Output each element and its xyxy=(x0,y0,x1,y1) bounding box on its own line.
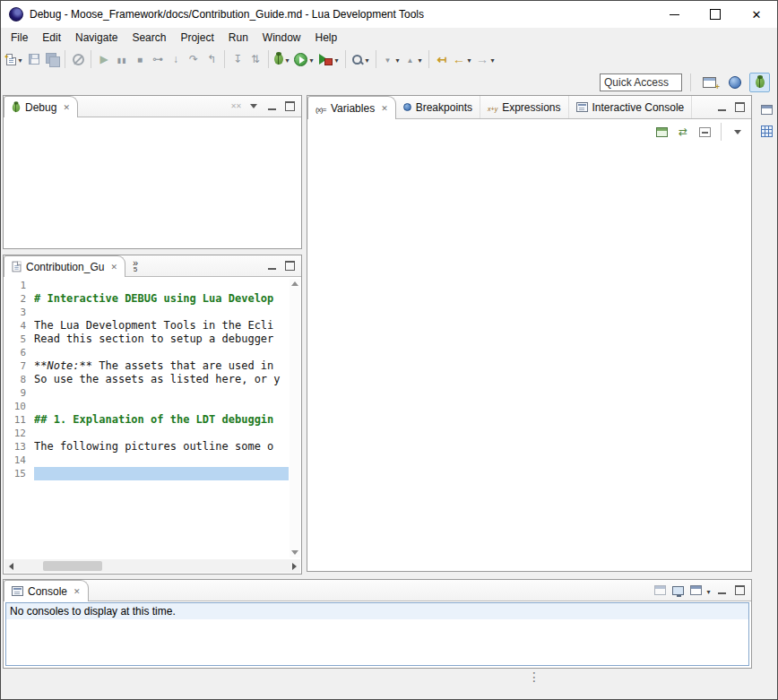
close-tab-icon[interactable]: ✕ xyxy=(63,103,70,112)
display-selected-console-button[interactable] xyxy=(670,583,686,599)
editor-line[interactable]: 13The following pictures outline some o xyxy=(4,440,289,454)
new-wizard-button[interactable] xyxy=(4,48,25,70)
remove-all-terminated-button[interactable] xyxy=(228,99,244,115)
minimize-view-button[interactable] xyxy=(264,258,280,274)
menu-file[interactable]: File xyxy=(4,30,35,46)
minimize-view-button[interactable] xyxy=(713,583,730,599)
previous-annotation-button[interactable] xyxy=(402,48,425,70)
editor-line[interactable]: 12 xyxy=(4,427,289,440)
menu-edit[interactable]: Edit xyxy=(35,30,68,46)
tab-variables[interactable]: Variables ✕ xyxy=(307,96,396,119)
scrollbar-track[interactable] xyxy=(18,559,287,573)
scroll-up-icon[interactable] xyxy=(291,281,298,286)
show-global-variables-button[interactable]: ⇄ xyxy=(674,123,692,141)
outline-view-button[interactable] xyxy=(756,121,776,141)
maximize-window-button[interactable] xyxy=(695,1,736,28)
dropdown-caret[interactable] xyxy=(417,53,423,65)
tab-console[interactable]: Console ✕ xyxy=(4,580,89,601)
dropdown-caret[interactable] xyxy=(489,53,496,65)
editor-line[interactable]: 2# Interactive DEBUG using Lua Develop xyxy=(4,292,289,306)
dropdown-caret[interactable] xyxy=(333,53,340,65)
tab-interactive-console[interactable]: Interactive Console xyxy=(569,96,693,118)
menu-search[interactable]: Search xyxy=(125,30,173,46)
close-tab-icon[interactable]: ✕ xyxy=(73,587,81,596)
quick-access-input[interactable] xyxy=(600,73,682,91)
open-console-button[interactable] xyxy=(652,583,668,599)
menu-navigate[interactable]: Navigate xyxy=(68,30,125,46)
minimize-view-button[interactable] xyxy=(713,99,730,116)
editor-line[interactable]: 5Read this section to setup a debugger xyxy=(4,333,289,346)
back-button[interactable] xyxy=(451,48,474,70)
editor-line[interactable]: 1 xyxy=(4,279,289,292)
editor-text-area[interactable]: 1 2# Interactive DEBUG using Lua Develop… xyxy=(4,279,289,558)
terminate-button[interactable] xyxy=(131,48,149,70)
maximize-view-button[interactable] xyxy=(281,258,298,274)
ldt-perspective-button[interactable] xyxy=(724,73,745,92)
tab-breakpoints[interactable]: Breakpoints xyxy=(396,96,480,118)
last-edit-location-button[interactable] xyxy=(433,48,451,70)
menu-help[interactable]: Help xyxy=(308,30,345,46)
tab-contribution-guide[interactable]: Contribution_Gu ✕ xyxy=(4,255,125,277)
dropdown-caret[interactable] xyxy=(308,53,315,65)
resume-button[interactable] xyxy=(95,48,113,70)
show-logical-structures-button[interactable] xyxy=(653,123,670,141)
debug-button[interactable] xyxy=(272,48,292,70)
editor-line[interactable]: 10 xyxy=(4,400,289,413)
editor-line[interactable]: 3 xyxy=(4,306,289,319)
step-over-button[interactable] xyxy=(185,48,203,70)
external-tools-button[interactable] xyxy=(316,48,341,70)
tab-expressions[interactable]: Expressions xyxy=(480,96,568,118)
scroll-left-icon[interactable] xyxy=(4,559,18,573)
splitter-grip[interactable] xyxy=(528,672,540,690)
restore-view-button[interactable] xyxy=(756,99,776,119)
save-all-button[interactable] xyxy=(43,48,61,70)
editor-vertical-scrollbar[interactable] xyxy=(290,279,300,557)
editor-line[interactable]: 14 xyxy=(4,454,289,467)
use-step-filters-button[interactable] xyxy=(246,48,264,70)
step-return-button[interactable] xyxy=(203,48,220,70)
editor-line[interactable]: 9 xyxy=(4,386,289,400)
skip-all-breakpoints-button[interactable] xyxy=(69,48,87,70)
dropdown-caret[interactable] xyxy=(17,53,23,65)
minimize-window-button[interactable] xyxy=(653,1,695,28)
editor-line[interactable]: 15 xyxy=(4,467,289,480)
maximize-view-button[interactable] xyxy=(281,99,298,115)
drop-to-frame-button[interactable] xyxy=(229,48,246,70)
forward-button[interactable] xyxy=(474,48,497,70)
view-menu-button[interactable] xyxy=(246,99,262,115)
step-into-button[interactable] xyxy=(167,48,185,70)
suspend-button[interactable] xyxy=(113,48,131,70)
editor-tab-overflow[interactable]: » 5 xyxy=(125,255,145,276)
dropdown-caret[interactable] xyxy=(364,53,370,65)
editor-line[interactable]: 8So use the assets as listed here, or y xyxy=(4,373,289,386)
menu-run[interactable]: Run xyxy=(221,30,255,46)
open-perspective-button[interactable] xyxy=(699,73,720,92)
minimize-view-button[interactable] xyxy=(264,99,280,115)
tab-debug[interactable]: Debug ✕ xyxy=(4,96,78,117)
editor-line[interactable]: 11## 1. Explanation of the LDT debuggin xyxy=(4,413,289,427)
scroll-right-icon[interactable] xyxy=(287,559,300,573)
dropdown-caret[interactable] xyxy=(705,584,712,597)
view-menu-button[interactable] xyxy=(729,123,747,141)
next-annotation-button[interactable] xyxy=(380,48,402,70)
close-tab-icon[interactable]: ✕ xyxy=(110,263,117,272)
editor-line[interactable]: 4The Lua Development Tools in the Ecli xyxy=(4,319,289,333)
menu-project[interactable]: Project xyxy=(173,30,220,46)
editor-line[interactable]: 6 xyxy=(4,346,289,359)
disconnect-button[interactable] xyxy=(149,48,167,70)
run-button[interactable] xyxy=(292,48,316,70)
close-window-button[interactable] xyxy=(736,1,777,28)
dropdown-caret[interactable] xyxy=(394,53,401,65)
collapse-all-button[interactable] xyxy=(696,123,713,141)
search-button[interactable] xyxy=(350,48,372,70)
maximize-view-button[interactable] xyxy=(731,99,748,116)
dropdown-caret[interactable] xyxy=(284,53,290,65)
editor-horizontal-scrollbar[interactable] xyxy=(4,559,300,573)
scrollbar-thumb[interactable] xyxy=(43,561,102,571)
save-button[interactable] xyxy=(25,48,43,70)
title-bar[interactable]: Debug - Moose_Framework/docs/Contributio… xyxy=(1,1,777,28)
maximize-view-button[interactable] xyxy=(731,583,748,599)
scroll-down-icon[interactable] xyxy=(291,550,298,555)
dropdown-caret[interactable] xyxy=(466,53,472,65)
new-console-view-button[interactable] xyxy=(687,583,704,599)
